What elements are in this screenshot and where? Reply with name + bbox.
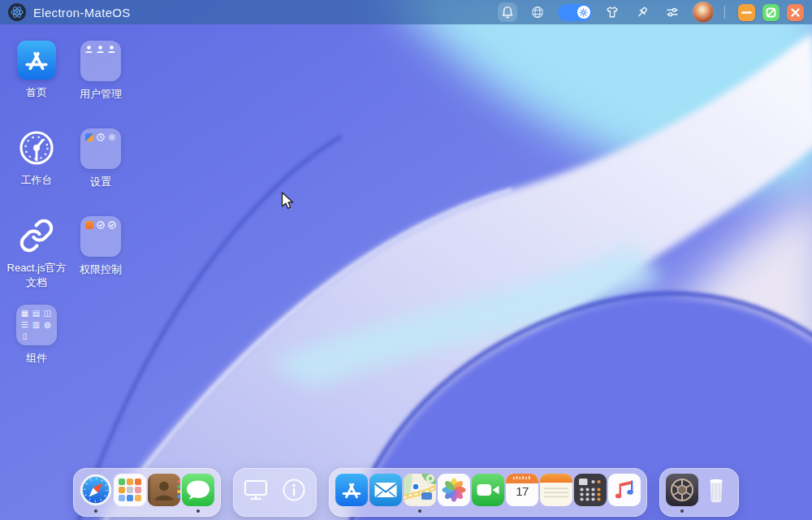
top-bar-divider [724, 6, 725, 19]
dock-about-info[interactable] [278, 474, 310, 509]
dock-display[interactable] [240, 474, 272, 509]
maximize-button[interactable] [762, 4, 780, 21]
running-indicator [418, 509, 421, 513]
user-icon [84, 45, 93, 54]
app-store-icon [17, 41, 56, 80]
desktop-icon-label: 权限控制 [80, 262, 122, 277]
user-avatar[interactable] [693, 2, 714, 23]
top-bar-branding: Electron-MateOS [8, 3, 131, 21]
components-folder-icon: ▦ ▤ ◫ ☰ ▥ ◍ ▯ [16, 305, 57, 345]
desktop-icon-label: 设置 [90, 175, 111, 189]
language-globe-icon[interactable] [528, 2, 547, 22]
calculator-icon [574, 474, 607, 506]
desktop-screen: Electron-MateOS [0, 0, 812, 520]
users-folder-icon [80, 41, 121, 81]
facetime-icon [472, 474, 504, 506]
photos-icon [438, 474, 470, 506]
desktop-icon-user-management[interactable]: 用户管理 [75, 41, 127, 102]
dock-music[interactable] [608, 474, 641, 509]
check-circle-icon [107, 220, 116, 229]
desktop-icon-react-docs[interactable]: React.js官方文档 [5, 216, 68, 289]
list-icon: ▥ [32, 320, 41, 329]
toggle-knob-gear-icon [577, 6, 590, 19]
contacts-icon [148, 474, 180, 506]
dock: 17 [73, 468, 739, 517]
preferences-sliders-icon[interactable] [663, 2, 682, 22]
dock-facetime[interactable] [472, 474, 504, 509]
pin-icon[interactable] [633, 2, 652, 22]
minimize-button[interactable] [738, 4, 755, 21]
close-button[interactable] [787, 4, 804, 21]
electron-atom-logo-icon [8, 3, 26, 21]
running-indicator [680, 509, 684, 513]
dock-maps[interactable] [404, 474, 436, 509]
settings-folder-icon [80, 128, 121, 169]
calendar-day: 17 [506, 484, 538, 498]
window-icon: ◫ [43, 309, 52, 318]
running-indicator [197, 509, 200, 513]
top-bar-actions [498, 2, 804, 23]
dock-segment-apps: 17 [329, 468, 647, 517]
desktop-icon-label: 用户管理 [80, 87, 122, 102]
maps-icon [404, 474, 436, 506]
messages-icon [182, 474, 214, 506]
desktop-icon-label: React.js官方文档 [5, 261, 68, 289]
dock-launchpad[interactable] [114, 474, 146, 509]
table-icon: ▦ [20, 309, 29, 318]
doc-icon: ▯ [20, 332, 29, 340]
display-icon [240, 474, 272, 506]
window-controls [738, 4, 804, 21]
desktop-icon-workbench[interactable]: 工作台 [11, 128, 63, 188]
running-indicator [94, 509, 97, 513]
dock-safari[interactable] [80, 474, 112, 509]
dock-calculator[interactable] [574, 474, 607, 509]
desktop-icon-permission-control[interactable]: 权限控制 [75, 216, 127, 277]
skin-shirt-icon[interactable] [603, 2, 622, 22]
dashboard-gauge-icon [17, 128, 56, 167]
dock-trash[interactable] [700, 474, 732, 509]
spin-icon: ◍ [43, 320, 52, 329]
system-settings-gears-icon [666, 474, 698, 506]
dock-notes[interactable] [540, 474, 572, 509]
app-chip-icon [84, 132, 93, 141]
card-icon: ▤ [32, 309, 41, 318]
user-icon [107, 45, 116, 54]
notes-icon [540, 474, 572, 506]
launchpad-icon [114, 474, 146, 506]
check-circle-icon [96, 220, 105, 229]
dock-system-settings[interactable] [666, 474, 698, 509]
desktop-icon-label: 首页 [26, 85, 47, 100]
trash-icon [700, 474, 732, 506]
desktop-icon-settings[interactable]: 设置 [75, 128, 127, 189]
gear-icon [107, 132, 116, 141]
top-bar: Electron-MateOS [0, 0, 812, 24]
dock-segment-tray [659, 468, 739, 517]
dock-app-store[interactable] [335, 474, 368, 509]
dock-segment-system [233, 468, 317, 517]
clock-icon [96, 132, 105, 141]
app-store-icon [335, 474, 368, 506]
desktop-icon-label: 工作台 [21, 173, 53, 188]
dock-mail[interactable] [369, 474, 402, 509]
menu-icon: ☰ [20, 320, 29, 329]
safari-icon [80, 474, 112, 506]
app-title: Electron-MateOS [33, 6, 131, 20]
theme-toggle[interactable] [558, 4, 592, 21]
notification-bell-icon[interactable] [498, 2, 517, 22]
desktop-icon-home[interactable]: 首页 [11, 41, 63, 100]
info-icon [278, 474, 310, 506]
music-icon [608, 474, 641, 506]
dock-calendar[interactable]: 17 [506, 474, 538, 509]
app-chip-orange-icon [84, 220, 93, 229]
dock-segment-favorites [73, 468, 221, 517]
permission-folder-icon [80, 216, 121, 257]
dock-messages[interactable] [182, 474, 214, 509]
desktop-icon-components[interactable]: ▦ ▤ ◫ ☰ ▥ ◍ ▯ 组件 [11, 305, 63, 366]
user-icon [96, 45, 105, 54]
desktop-icon-label: 组件 [26, 351, 47, 366]
link-icon [17, 216, 56, 255]
calendar-icon: 17 [506, 474, 538, 506]
dock-photos[interactable] [438, 474, 470, 509]
mail-icon [369, 474, 402, 506]
dock-contacts[interactable] [148, 474, 180, 509]
